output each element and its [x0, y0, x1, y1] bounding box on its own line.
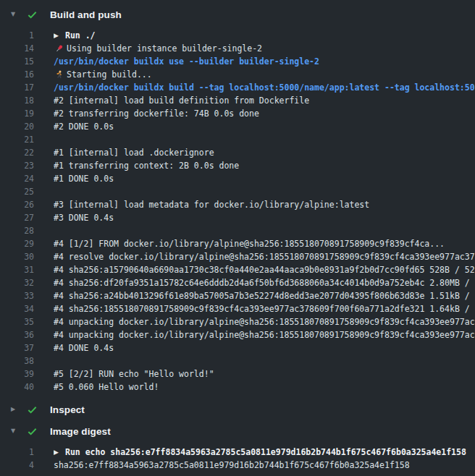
workflow-log-viewer: ▼Build and push1▶Run ./14Using builder i… [0, 0, 475, 475]
line-number[interactable]: 4 [0, 459, 34, 472]
line-content: #4 sha256:a15790640a6690aa1730c38cf0a440… [54, 263, 475, 276]
log-line: 26#3 [internal] load metadata for docker… [0, 198, 475, 211]
log-line: 4sha256:e7ff8834a5963a2785c5a0811e979d16… [0, 459, 475, 472]
line-content: /usr/bin/docker buildx build --tag local… [54, 81, 475, 94]
log-section-build-and-push: ▼Build and push1▶Run ./14Using builder i… [0, 6, 475, 396]
runner-icon [54, 69, 64, 80]
line-number[interactable]: 1 [0, 446, 34, 459]
log-line: 38 [0, 354, 475, 367]
line-number[interactable]: 24 [0, 172, 34, 185]
line-number[interactable]: 37 [0, 341, 34, 354]
log-line: 28 [0, 224, 475, 237]
line-number[interactable]: 1 [0, 29, 34, 42]
line-number[interactable]: 26 [0, 198, 34, 211]
line-number[interactable]: 19 [0, 107, 34, 120]
line-number[interactable]: 15 [0, 55, 34, 68]
line-number[interactable]: 38 [0, 354, 34, 367]
expand-group-arrow-icon[interactable]: ▶ [54, 33, 62, 39]
log-line: 40#5 0.060 Hello world! [0, 381, 475, 394]
line-content: ▶Run echo sha256:e7ff8834a5963a2785c5a08… [54, 446, 466, 459]
line-number[interactable]: 35 [0, 315, 34, 328]
line-number[interactable]: 27 [0, 211, 34, 224]
line-number[interactable]: 36 [0, 328, 34, 341]
line-number[interactable]: 25 [0, 185, 34, 198]
line-text: sha256:e7ff8834a5963a2785c5a0811e979d16b… [54, 459, 410, 472]
line-text: #3 DONE 0.4s [54, 211, 114, 224]
log-section-image-digest: ▼Image digest1▶Run echo sha256:e7ff8834a… [0, 422, 475, 475]
section-title: Build and push [50, 9, 122, 20]
line-content: Starting build... [54, 68, 152, 81]
line-number[interactable]: 34 [0, 302, 34, 315]
log-line: 27#3 DONE 0.4s [0, 211, 475, 224]
log-lines: 1▶Run ./14Using builder instance builder… [0, 23, 475, 396]
chevron-down-icon[interactable]: ▼ [11, 428, 20, 434]
line-number[interactable]: 16 [0, 68, 34, 81]
line-number[interactable]: 29 [0, 237, 34, 250]
log-line: 17/usr/bin/docker buildx build --tag loc… [0, 81, 475, 94]
line-text: #4 [1/2] FROM docker.io/library/alpine@s… [54, 237, 445, 250]
section-header-image-digest[interactable]: ▼Image digest [0, 422, 475, 440]
pushpin-icon [54, 43, 64, 54]
line-number[interactable]: 30 [0, 250, 34, 263]
log-line: 18#2 [internal] load build definition fr… [0, 94, 475, 107]
line-text: /usr/bin/docker buildx use --builder bui… [54, 55, 319, 68]
expand-group-arrow-icon[interactable]: ▶ [54, 449, 62, 456]
line-text: #1 transferring context: 2B 0.0s done [54, 159, 239, 172]
log-line: 31#4 sha256:a15790640a6690aa1730c38cf0a4… [0, 263, 475, 276]
line-text: #5 [2/2] RUN echo "Hello world!" [54, 367, 214, 381]
line-content: Using builder instance builder-single-2 [54, 42, 262, 55]
line-text: #2 DONE 0.0s [54, 120, 114, 133]
line-number[interactable]: 18 [0, 94, 34, 107]
log-line: 16Starting build... [0, 68, 475, 81]
line-content: #3 DONE 0.4s [54, 211, 114, 224]
log-line: 22#1 [internal] load .dockerignore [0, 146, 475, 159]
line-text: Using builder instance builder-single-2 [67, 42, 262, 55]
log-line: 1▶Run echo sha256:e7ff8834a5963a2785c5a0… [0, 446, 475, 459]
line-number[interactable]: 28 [0, 224, 34, 237]
line-number[interactable]: 33 [0, 289, 34, 302]
line-content: #2 [internal] load build definition from… [54, 94, 309, 107]
line-content: sha256:e7ff8834a5963a2785c5a0811e979d16b… [54, 459, 410, 472]
section-header-build-and-push[interactable]: ▼Build and push [0, 6, 475, 23]
line-number[interactable]: 14 [0, 42, 34, 55]
success-check-icon [26, 404, 38, 415]
log-line: 35#4 unpacking docker.io/library/alpine@… [0, 315, 475, 328]
log-line: 21 [0, 133, 475, 146]
line-number[interactable]: 32 [0, 276, 34, 289]
line-content: #4 [1/2] FROM docker.io/library/alpine@s… [54, 237, 445, 250]
line-content: #2 DONE 0.0s [54, 120, 114, 133]
line-number[interactable]: 21 [0, 133, 34, 146]
line-text: #4 sha256:185518070891758909c9f839cf4ca3… [54, 302, 475, 315]
line-content: #4 sha256:df20fa9351a15782c64e6dddb2d4a6… [54, 276, 475, 289]
line-number[interactable]: 22 [0, 146, 34, 159]
line-text: #1 [internal] load .dockerignore [54, 146, 214, 159]
chevron-down-icon[interactable]: ▼ [11, 12, 20, 17]
line-content: #1 transferring context: 2B 0.0s done [54, 159, 239, 172]
line-number[interactable]: 39 [0, 367, 34, 381]
line-number[interactable]: 40 [0, 381, 34, 394]
log-line: 34#4 sha256:185518070891758909c9f839cf4c… [0, 302, 475, 315]
line-text: #5 0.060 Hello world! [54, 381, 159, 394]
line-number[interactable]: 31 [0, 263, 34, 276]
line-text: #2 [internal] load build definition from… [54, 94, 309, 107]
section-header-inspect[interactable]: ▶Inspect [0, 401, 475, 418]
line-content: #4 unpacking docker.io/library/alpine@sh… [54, 315, 475, 328]
line-content: #5 [2/2] RUN echo "Hello world!" [54, 367, 214, 381]
log-line: 23#1 transferring context: 2B 0.0s done [0, 159, 475, 172]
line-content: #4 unpacking docker.io/library/alpine@sh… [54, 328, 475, 341]
line-number[interactable]: 20 [0, 120, 34, 133]
line-text: #4 unpacking docker.io/library/alpine@sh… [54, 315, 475, 328]
line-text: #4 DONE 0.4s [54, 341, 114, 354]
line-text: #4 sha256:a15790640a6690aa1730c38cf0a440… [54, 263, 475, 276]
log-line: 29#4 [1/2] FROM docker.io/library/alpine… [0, 237, 475, 250]
line-number[interactable]: 17 [0, 81, 34, 94]
log-line: 33#4 sha256:a24bb4013296f61e89ba57005a7b… [0, 289, 475, 302]
section-title: Inspect [50, 404, 85, 415]
log-line: 25 [0, 185, 475, 198]
line-content: #2 transferring dockerfile: 74B 0.0s don… [54, 107, 259, 120]
success-check-icon [26, 425, 38, 437]
line-text: Run ./ [65, 29, 96, 42]
chevron-right-icon[interactable]: ▶ [11, 407, 20, 412]
line-number[interactable]: 23 [0, 159, 34, 172]
success-check-icon [26, 9, 38, 20]
